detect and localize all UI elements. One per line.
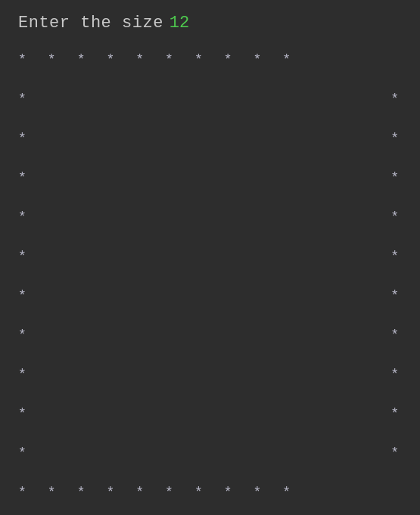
star-right: * <box>390 92 399 106</box>
bottom-star-row: * * * * * * * * * * <box>18 473 402 512</box>
star: * <box>48 53 56 67</box>
middle-star-row-2: * * <box>18 119 402 158</box>
star: * <box>106 486 114 499</box>
star-right: * <box>390 171 399 185</box>
star: * <box>194 486 203 499</box>
size-value: 12 <box>170 14 189 33</box>
star-left: * <box>18 328 26 342</box>
star: * <box>135 53 144 67</box>
middle-star-row-8: * * <box>18 355 402 394</box>
star: * <box>282 486 291 499</box>
middle-star-row-5: * * <box>18 237 402 276</box>
middle-star-row-1: * * <box>18 79 402 119</box>
star: * <box>77 53 86 67</box>
top-star-row: * * * * * * * * * * <box>18 40 402 79</box>
star-left: * <box>18 368 26 381</box>
star: * <box>48 486 56 499</box>
middle-star-row-6: * * <box>18 276 402 315</box>
star-right: * <box>390 328 399 342</box>
star-right: * <box>390 250 399 263</box>
star-right: * <box>390 407 399 420</box>
star-left: * <box>18 132 26 145</box>
star: * <box>224 53 232 67</box>
star-left: * <box>18 210 26 224</box>
star-right: * <box>390 368 399 381</box>
middle-star-row-3: * * <box>18 158 402 197</box>
star-left: * <box>18 289 26 302</box>
middle-star-row-7: * * <box>18 315 402 355</box>
star: * <box>254 53 262 67</box>
star-right: * <box>390 446 399 460</box>
star: * <box>135 486 144 499</box>
star-left: * <box>18 250 26 263</box>
star-left: * <box>18 171 26 185</box>
star: * <box>254 486 262 499</box>
star-right: * <box>390 132 399 145</box>
star-left: * <box>18 446 26 460</box>
star-right: * <box>390 289 399 302</box>
star: * <box>18 486 26 499</box>
star: * <box>165 486 173 499</box>
header-line: Enter the size 12 <box>18 14 402 33</box>
middle-star-row-4: * * <box>18 197 402 237</box>
star-left: * <box>18 92 26 106</box>
app-container: Enter the size 12 * * * * * * * * * * * … <box>0 0 420 515</box>
star: * <box>282 53 291 67</box>
star: * <box>77 486 86 499</box>
star-right: * <box>390 210 399 224</box>
middle-star-row-10: * * <box>18 433 402 473</box>
star-grid: * * * * * * * * * * * * * * * * * * <box>18 40 402 512</box>
star: * <box>106 53 114 67</box>
middle-star-row-9: * * <box>18 394 402 433</box>
star: * <box>224 486 232 499</box>
star: * <box>194 53 203 67</box>
star: * <box>18 53 26 67</box>
star-left: * <box>18 407 26 420</box>
star: * <box>165 53 173 67</box>
header-label: Enter the size <box>18 14 163 33</box>
